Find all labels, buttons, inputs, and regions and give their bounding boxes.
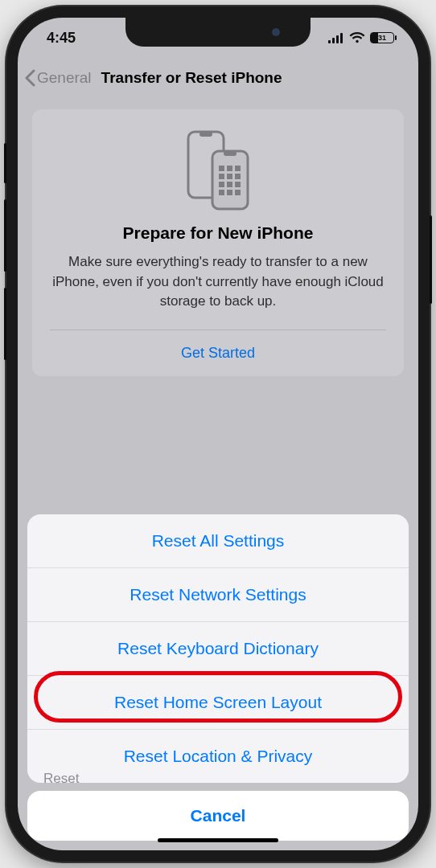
notch: [125, 18, 311, 47]
svg-rect-13: [235, 174, 241, 179]
svg-rect-5: [199, 132, 212, 137]
prepare-card: Prepare for New iPhone Make sure everyth…: [32, 109, 404, 376]
reset-network-settings-button[interactable]: Reset Network Settings: [27, 567, 409, 621]
nav-bar: General Transfer or Reset iPhone: [18, 58, 418, 98]
content-area: Prepare for New iPhone Make sure everyth…: [18, 98, 418, 387]
svg-rect-11: [219, 174, 224, 179]
back-label: General: [37, 69, 92, 87]
reset-location-privacy-button[interactable]: Reset Location & Privacy: [27, 729, 409, 783]
svg-rect-3: [340, 33, 343, 43]
wifi-icon: [349, 32, 365, 43]
back-button[interactable]: General: [24, 69, 92, 87]
action-sheet: Reset All Settings Reset Network Setting…: [18, 514, 418, 850]
svg-rect-10: [235, 166, 241, 171]
svg-rect-9: [227, 166, 232, 171]
cancel-button[interactable]: Cancel: [27, 791, 409, 841]
battery-percent: 31: [378, 34, 386, 42]
page-title: Transfer or Reset iPhone: [101, 69, 282, 87]
screen: 4:45 31: [18, 18, 418, 850]
svg-rect-14: [219, 182, 224, 187]
status-right: 31: [328, 32, 394, 43]
svg-rect-15: [227, 182, 232, 187]
svg-rect-8: [219, 166, 224, 171]
svg-rect-19: [235, 190, 241, 195]
prepare-heading: Prepare for New iPhone: [50, 223, 386, 243]
cellular-icon: [328, 33, 344, 43]
transfer-devices-icon: [182, 130, 254, 211]
svg-rect-6: [212, 151, 248, 209]
svg-rect-12: [227, 174, 232, 179]
battery-icon: 31: [370, 32, 394, 43]
prepare-body: Make sure everything's ready to transfer…: [50, 252, 386, 312]
svg-rect-18: [227, 190, 232, 195]
svg-rect-17: [219, 190, 224, 195]
svg-rect-1: [332, 38, 335, 43]
svg-rect-16: [235, 182, 241, 187]
battery-fill: [371, 33, 378, 43]
svg-rect-0: [328, 40, 331, 43]
status-time: 4:45: [47, 30, 76, 47]
get-started-button[interactable]: Get Started: [50, 330, 386, 376]
iphone-device-frame: 4:45 31: [6, 6, 430, 862]
reset-all-settings-button[interactable]: Reset All Settings: [27, 514, 409, 567]
reset-home-screen-layout-button[interactable]: Reset Home Screen Layout: [27, 675, 409, 729]
reset-keyboard-dictionary-button[interactable]: Reset Keyboard Dictionary: [27, 621, 409, 675]
svg-rect-7: [224, 151, 237, 156]
home-indicator[interactable]: [158, 838, 278, 842]
chevron-left-icon: [24, 69, 35, 87]
svg-rect-2: [336, 35, 339, 43]
action-sheet-group: Reset All Settings Reset Network Setting…: [27, 514, 409, 783]
hidden-row-peek: Reset: [43, 771, 79, 783]
